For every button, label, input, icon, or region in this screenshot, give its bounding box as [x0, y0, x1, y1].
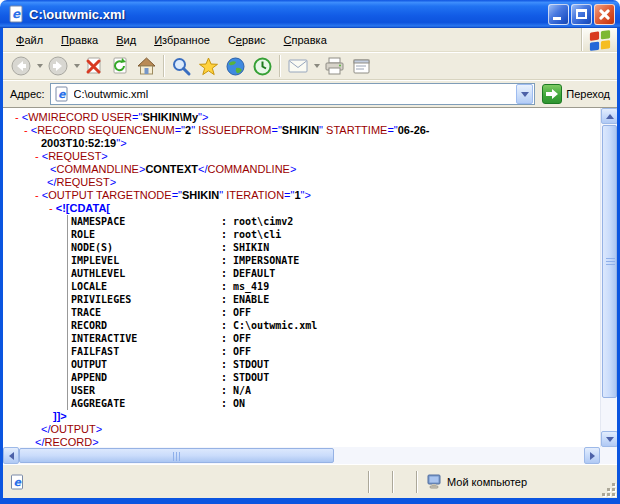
stop-button[interactable]	[81, 54, 107, 78]
address-bar: Адрес: e Переход	[3, 80, 617, 107]
cdata-row: OUTPUT: STDOUT	[3, 358, 600, 371]
windows-flag-icon	[588, 29, 612, 51]
xml-line: - <OUTPUT TARGETNODE="SHIKIN" ITERATION=…	[3, 189, 600, 202]
print-icon	[324, 56, 345, 76]
cdata-row: PRIVILEGES: ENABLE	[3, 293, 600, 306]
back-button[interactable]	[7, 54, 35, 78]
edit-page-icon	[351, 57, 372, 76]
maximize-button[interactable]	[571, 4, 592, 25]
edit-button[interactable]	[348, 54, 375, 78]
address-dropdown-button[interactable]	[516, 84, 533, 104]
cdata-row: FAILFAST: OFF	[3, 345, 600, 358]
menu-item-help[interactable]: Справка	[275, 32, 336, 48]
ie-page-icon: e	[10, 474, 25, 490]
forward-icon	[47, 55, 69, 77]
favorites-star-icon	[198, 56, 219, 77]
ie-page-icon: e	[54, 86, 70, 102]
menu-item-file[interactable]: Файл	[7, 32, 52, 48]
address-label: Адрес:	[10, 88, 45, 100]
xml-line: <COMMANDLINE>CONTEXT</COMMANDLINE>	[3, 163, 600, 176]
close-button[interactable]	[594, 4, 615, 25]
menu-item-favorites[interactable]: Избранное	[145, 32, 219, 48]
home-button[interactable]	[133, 54, 160, 78]
menu-item-edit[interactable]: Правка	[52, 32, 107, 48]
forward-dropdown[interactable]	[72, 54, 81, 78]
collapse-marker[interactable]: -	[49, 202, 56, 214]
horizontal-scroll-row	[3, 447, 617, 464]
print-button[interactable]	[321, 54, 348, 78]
resize-grip[interactable]	[602, 483, 616, 497]
menu-item-tools[interactable]: Сервис	[219, 32, 275, 48]
stop-icon	[84, 56, 104, 76]
content-area: - <WMIRECORD USER="SHIKIN\My">- <RECORD …	[3, 107, 617, 447]
cdata-row: IMPLEVEL: IMPERSONATE	[3, 254, 600, 267]
scroll-down-button[interactable]	[601, 431, 617, 447]
menu-items: ФайлПравкаВидИзбранноеСервисСправка	[3, 28, 581, 51]
browser-window: e C:\outwmic.xml ФайлПравкаВидИзбранноеС…	[0, 0, 620, 504]
cdata-row: ROLE: root\cli	[3, 228, 600, 241]
home-icon	[136, 56, 157, 76]
back-dropdown[interactable]	[35, 54, 44, 78]
go-arrow-icon	[542, 84, 562, 104]
mail-icon	[287, 57, 309, 75]
status-zone-pane: Мой компьютер	[418, 470, 614, 494]
toolbar-separator	[163, 55, 165, 77]
globe-icon	[225, 56, 246, 77]
refresh-icon	[110, 56, 130, 76]
vertical-scrollbar[interactable]	[600, 108, 617, 447]
status-zone-label: Мой компьютер	[447, 476, 527, 488]
minimize-button[interactable]	[548, 4, 569, 25]
media-button[interactable]	[222, 54, 249, 78]
scroll-right-button[interactable]	[584, 447, 600, 464]
address-combobox[interactable]: e	[50, 83, 536, 105]
xml-line: - <REQUEST>	[3, 150, 600, 163]
mail-button[interactable]	[284, 54, 312, 78]
cdata-row: APPEND: STDOUT	[3, 371, 600, 384]
xml-line: - <WMIRECORD USER="SHIKIN\My">	[3, 111, 600, 124]
xml-line: </REQUEST>	[3, 176, 600, 189]
address-input[interactable]	[74, 85, 517, 103]
forward-button[interactable]	[44, 54, 72, 78]
collapse-marker[interactable]: -	[24, 124, 31, 136]
favorites-button[interactable]	[195, 54, 222, 78]
cdata-row: LOCALE: ms_419	[3, 280, 600, 293]
xml-line: </RECORD>	[3, 436, 600, 447]
cdata-row: RECORD: C:\outwmic.xml	[3, 319, 600, 332]
cdata-row: INTERACTIVE: OFF	[3, 332, 600, 345]
collapse-marker[interactable]: -	[15, 111, 22, 123]
my-computer-icon	[426, 474, 442, 489]
collapse-marker[interactable]: -	[35, 150, 42, 162]
history-button[interactable]	[249, 54, 276, 78]
xml-line: 2003T10:52:19">	[3, 137, 600, 150]
mail-dropdown[interactable]	[312, 54, 321, 78]
vertical-scroll-thumb[interactable]	[602, 125, 617, 398]
xml-line: - <![CDATA[	[3, 202, 600, 215]
title-bar[interactable]: e C:\outwmic.xml	[0, 0, 620, 28]
menu-item-view[interactable]: Вид	[107, 32, 145, 48]
history-icon	[252, 56, 273, 77]
scroll-up-button[interactable]	[601, 108, 617, 124]
xml-tree: - <WMIRECORD USER="SHIKIN\My">- <RECORD …	[3, 108, 600, 447]
refresh-button[interactable]	[107, 54, 133, 78]
cdata-row: NODE(S): SHIKIN	[3, 241, 600, 254]
status-main-pane: e	[6, 470, 368, 494]
xml-line: </OUTPUT>	[3, 423, 600, 436]
status-pane	[394, 470, 416, 494]
window-title: C:\outwmic.xml	[29, 7, 548, 22]
toolbar-separator	[279, 55, 281, 77]
cdata-row: TRACE: OFF	[3, 306, 600, 319]
scrollbar-corner	[600, 447, 617, 464]
horizontal-scroll-thumb[interactable]	[19, 448, 334, 463]
horizontal-scrollbar[interactable]	[3, 447, 600, 464]
windows-logo-panel	[581, 28, 617, 51]
status-pane	[370, 470, 392, 494]
cdata-row: AUTHLEVEL: DEFAULT	[3, 267, 600, 280]
ie-app-icon[interactable]: e	[7, 5, 25, 23]
search-button[interactable]	[168, 54, 195, 78]
collapse-marker[interactable]: -	[35, 189, 42, 201]
xml-line: - <RECORD SEQUENCENUM="2" ISSUEDFROM="SH…	[3, 124, 600, 137]
svg-text:e: e	[12, 7, 21, 21]
window-frame: ФайлПравкаВидИзбранноеСервисСправка	[0, 28, 620, 504]
go-button[interactable]: Переход	[540, 84, 612, 104]
scroll-left-button[interactable]	[3, 447, 19, 464]
